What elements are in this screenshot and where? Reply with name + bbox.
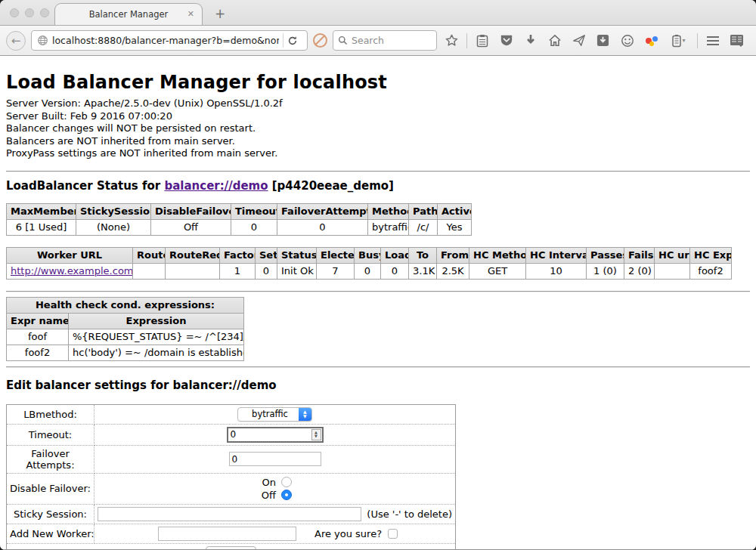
are-you-sure-label: Are you sure? — [314, 528, 382, 539]
number-stepper-icon[interactable]: ▲▼ — [311, 429, 321, 440]
form-row-add-worker: Add New Worker: Are you sure? — [7, 524, 456, 543]
table-header-row: MaxMembers StickySession DisableFailover… — [7, 203, 472, 219]
table-row: foof %{REQUEST_STATUS} =~ /^[234]/ — [7, 329, 244, 345]
adblock-disabled-icon[interactable] — [313, 33, 327, 48]
lbmethod-label: LBmethod: — [7, 404, 94, 424]
submit-cell: Submit — [7, 543, 456, 549]
tab-bar: Balancer Manager ✕ + — [0, 0, 756, 26]
divider — [6, 291, 750, 292]
cell-hc-uri — [655, 263, 690, 279]
column-header: Set — [256, 247, 277, 263]
window-controls[interactable] — [10, 8, 49, 17]
balancer-status-table: MaxMembers StickySession DisableFailover… — [6, 203, 472, 236]
minimize-window-button[interactable] — [25, 8, 34, 17]
form-row-sticky: Sticky Session: (Use '-' to delete) — [7, 504, 456, 524]
add-worker-input[interactable] — [158, 527, 296, 541]
urlbar-divider — [283, 33, 284, 48]
health-check-table: Health check cond. expressions: Expr nam… — [6, 297, 244, 361]
cell-to: 3.1K — [409, 263, 437, 279]
cell-stickysession: (None) — [76, 219, 151, 235]
colored-dots-icon[interactable] — [642, 31, 661, 51]
submit-button[interactable]: Submit — [206, 546, 256, 549]
square-download-icon[interactable] — [593, 31, 612, 51]
cell-active: Yes — [438, 219, 472, 235]
tab-close-icon[interactable]: ✕ — [187, 9, 194, 19]
worker-row: http://www.example.com/ 1 0 Init Ok 7 0 … — [7, 263, 732, 279]
search-bar[interactable] — [333, 30, 437, 51]
failover-value: 0 — [232, 454, 238, 465]
failover-input[interactable]: 0 — [229, 452, 321, 466]
cell-path: /c/ — [409, 219, 438, 235]
failover-cell: 0 — [94, 445, 456, 473]
column-header: Elected — [317, 247, 355, 263]
are-you-sure-checkbox[interactable] — [388, 529, 398, 539]
search-input[interactable] — [352, 35, 432, 46]
battery-icon[interactable]: ▾ — [666, 31, 692, 51]
pocket-icon[interactable] — [497, 31, 516, 51]
disable-failover-label: Disable Failover: — [7, 473, 94, 504]
close-window-button[interactable] — [10, 8, 19, 17]
balancer-demo-link[interactable]: balancer://demo — [164, 179, 268, 193]
server-built-line: Server Built: Feb 9 2016 07:00:20 — [6, 110, 750, 123]
smiley-icon[interactable] — [618, 31, 637, 51]
column-header: To — [409, 247, 437, 263]
cell-expr-name: foof — [7, 329, 69, 345]
timeout-cell: 0 ▲▼ — [94, 424, 456, 445]
cell-busy: 0 — [355, 263, 381, 279]
edit-settings-heading: Edit balancer settings for balancer://de… — [6, 379, 750, 392]
column-header: Path — [409, 203, 438, 219]
balancer-status-heading: LoadBalancer Status for balancer://demo … — [6, 179, 750, 193]
sticky-label: Sticky Session: — [7, 504, 94, 524]
lbmethod-select[interactable]: bytraffic ▲▼ — [237, 407, 312, 422]
zoom-window-button[interactable] — [40, 8, 49, 17]
cell-method: bytraffic — [368, 219, 409, 235]
url-bar[interactable] — [31, 30, 308, 51]
column-header: Route — [133, 247, 166, 263]
globe-icon — [36, 31, 48, 51]
add-worker-label: Add New Worker: — [7, 524, 94, 543]
chevron-down-icon: ▾ — [682, 37, 685, 44]
worker-url-link[interactable]: http://www.example.com/ — [11, 265, 133, 277]
url-input[interactable] — [52, 35, 279, 46]
table-row: foof2 hc('body') =~ /domain is establish… — [7, 345, 244, 360]
worker-table: Worker URL Route RouteRedir Factor Set S… — [6, 247, 732, 280]
column-header: Method — [368, 203, 409, 219]
info-line: Balancers are NOT inherited from main se… — [6, 135, 750, 148]
server-info: Server Version: Apache/2.5.0-dev (Unix) … — [6, 97, 750, 160]
column-header: StickySession — [76, 203, 151, 219]
toolbar-divider — [697, 33, 698, 48]
clipboard-icon[interactable] — [472, 31, 491, 51]
table-title-row: Health check cond. expressions: — [7, 297, 244, 313]
panel-icon[interactable] — [727, 31, 746, 51]
menu-icon[interactable] — [703, 31, 722, 51]
cell-routeredir — [166, 263, 220, 279]
timeout-input[interactable]: 0 ▲▼ — [227, 427, 324, 443]
send-icon[interactable] — [569, 31, 588, 51]
column-header: Fails — [624, 247, 655, 263]
cell-route — [133, 263, 166, 279]
column-header: MaxMembers — [7, 203, 76, 219]
cell-status: Init Ok — [277, 263, 317, 279]
cell-expression: hc('body') =~ /domain is established/ — [69, 345, 244, 360]
browser-window: Balancer Manager ✕ + ← — [0, 0, 756, 550]
download-icon[interactable] — [521, 31, 540, 51]
home-icon[interactable] — [545, 31, 564, 51]
sticky-hint: (Use '-' to delete) — [367, 508, 452, 520]
cell-hc-expr: foof2 — [690, 263, 732, 279]
new-tab-button[interactable]: + — [215, 6, 225, 21]
radio-off[interactable] — [281, 490, 292, 500]
radio-on[interactable] — [281, 477, 292, 487]
tab-balancer-manager[interactable]: Balancer Manager ✕ — [54, 3, 203, 25]
tab-title: Balancer Manager — [89, 9, 169, 20]
cell-expression: %{REQUEST_STATUS} =~ /^[234]/ — [69, 329, 244, 345]
sticky-session-input[interactable] — [98, 507, 361, 521]
bookmark-star-icon[interactable] — [442, 31, 461, 51]
column-header: Expression — [69, 313, 244, 329]
cell-fails: 2 (0) — [624, 263, 655, 279]
cell-expr-name: foof2 — [7, 345, 69, 360]
reload-icon[interactable] — [287, 36, 305, 46]
cell-elected: 7 — [317, 263, 355, 279]
back-icon: ← — [11, 34, 21, 48]
select-stepper-icon: ▲▼ — [299, 407, 311, 422]
back-button[interactable]: ← — [6, 31, 26, 51]
